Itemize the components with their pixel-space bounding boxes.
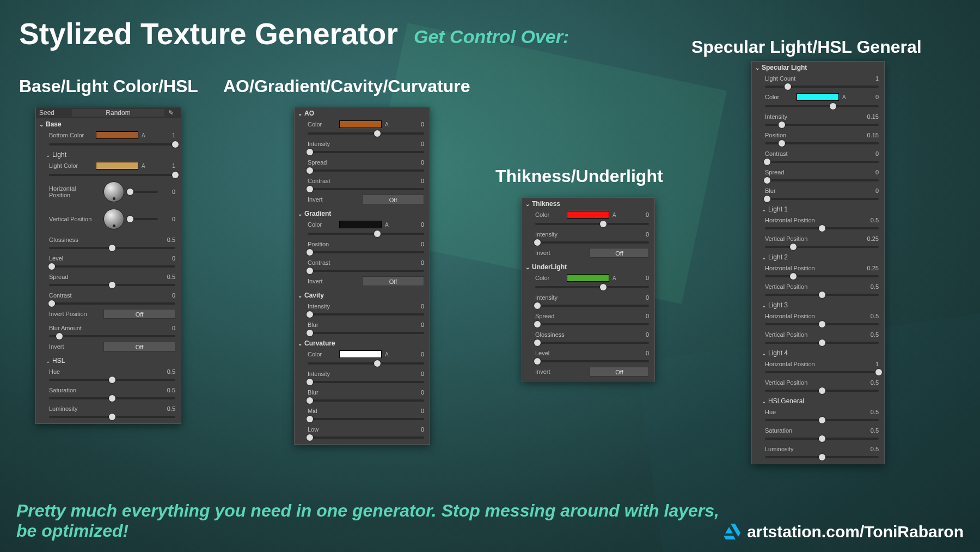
group-specular[interactable]: Specular Light — [762, 64, 807, 71]
hpos-slider[interactable] — [130, 191, 158, 193]
spec-position-slider[interactable] — [765, 142, 879, 144]
spec-color-slider[interactable] — [765, 105, 879, 107]
under-invert-toggle[interactable]: Off — [590, 367, 649, 377]
under-level-slider[interactable] — [535, 360, 649, 362]
group-hslgeneral[interactable]: HSLGeneral — [768, 397, 804, 405]
grad-position-slider[interactable] — [308, 251, 424, 253]
spec-spread-slider[interactable] — [765, 179, 879, 181]
contrast-value: 0 — [172, 292, 175, 299]
group-cavity[interactable]: Cavity — [304, 292, 324, 299]
chevron-down-icon[interactable]: ⌄ — [762, 350, 766, 356]
group-light[interactable]: Light — [52, 151, 66, 159]
curv-color-slider[interactable] — [308, 362, 424, 365]
contrast-slider[interactable] — [49, 302, 175, 305]
l2-h-slider[interactable] — [765, 275, 879, 277]
ao-color-swatch[interactable] — [339, 120, 382, 128]
curv-low-slider[interactable] — [308, 436, 424, 439]
invert-position-toggle[interactable]: Off — [103, 309, 175, 319]
spread-slider[interactable] — [49, 284, 175, 286]
l1-h-slider[interactable] — [765, 227, 879, 229]
ao-contrast-slider[interactable] — [308, 188, 424, 190]
seed-random-button[interactable]: Random — [72, 109, 164, 117]
ao-color-slider[interactable] — [308, 132, 424, 135]
group-light4[interactable]: Light 4 — [768, 349, 788, 357]
grad-contrast-slider[interactable] — [308, 270, 424, 272]
cav-blur-slider[interactable] — [308, 332, 424, 334]
blur-amount-slider[interactable] — [49, 335, 175, 337]
vpos-slider[interactable] — [130, 218, 158, 220]
hue-slider[interactable] — [49, 379, 175, 381]
under-spread-slider[interactable] — [535, 323, 649, 325]
under-color-swatch[interactable] — [567, 274, 609, 282]
chevron-down-icon[interactable]: ⌄ — [39, 122, 44, 128]
curv-blur-slider[interactable] — [308, 399, 424, 402]
chevron-down-icon[interactable]: ⌄ — [525, 264, 530, 270]
chevron-down-icon[interactable]: ⌄ — [298, 341, 302, 347]
invert-toggle[interactable]: Off — [103, 342, 175, 351]
spec-count-slider[interactable] — [765, 86, 879, 88]
spec-intensity-slider[interactable] — [765, 124, 879, 126]
ao-invert-toggle[interactable]: Off — [362, 195, 424, 204]
grad-color-swatch[interactable] — [339, 221, 382, 228]
group-gradient[interactable]: Gradient — [304, 210, 331, 217]
thik-color-slider[interactable] — [535, 223, 649, 225]
chevron-down-icon[interactable]: ⌄ — [762, 302, 766, 308]
group-light1[interactable]: Light 1 — [768, 205, 788, 213]
curv-intensity-slider[interactable] — [308, 381, 424, 383]
group-light3[interactable]: Light 3 — [768, 301, 788, 309]
chevron-down-icon[interactable]: ⌄ — [298, 211, 302, 217]
chevron-down-icon[interactable]: ⌄ — [298, 111, 302, 117]
glossiness-slider[interactable] — [49, 247, 175, 249]
hslg-sat-slider[interactable] — [765, 438, 879, 440]
grad-invert-toggle[interactable]: Off — [362, 276, 424, 286]
light-color-swatch[interactable] — [96, 162, 138, 169]
spec-blur-slider[interactable] — [765, 198, 879, 200]
level-slider[interactable] — [49, 265, 175, 268]
thik-color-swatch[interactable] — [567, 211, 609, 219]
l2-v-slider[interactable] — [765, 294, 879, 296]
luminosity-slider[interactable] — [49, 416, 175, 418]
ao-intensity-slider[interactable] — [308, 151, 424, 153]
vpos-dial[interactable] — [103, 209, 124, 229]
chevron-down-icon[interactable]: ⌄ — [762, 207, 766, 213]
bottom-color-slider[interactable] — [49, 143, 175, 145]
group-base[interactable]: Base — [46, 120, 62, 128]
under-color-slider[interactable] — [535, 286, 649, 288]
saturation-slider[interactable] — [49, 397, 175, 399]
curv-color-swatch[interactable] — [339, 350, 382, 358]
group-light2[interactable]: Light 2 — [768, 253, 788, 261]
hslg-lum-slider[interactable] — [765, 456, 879, 458]
l4-v-slider[interactable] — [765, 390, 879, 392]
chevron-down-icon[interactable]: ⌄ — [298, 293, 302, 299]
chevron-down-icon[interactable]: ⌄ — [46, 358, 50, 364]
group-ao[interactable]: AO — [304, 110, 314, 117]
chevron-down-icon[interactable]: ⌄ — [755, 65, 759, 71]
chevron-down-icon[interactable]: ⌄ — [762, 254, 766, 260]
hslg-hue-slider[interactable] — [765, 419, 879, 421]
l1-v-slider[interactable] — [765, 246, 879, 248]
cav-intensity-slider[interactable] — [308, 313, 424, 316]
seed-edit-icon[interactable]: ✎ — [164, 109, 177, 117]
ao-spread-slider[interactable] — [308, 169, 424, 172]
l3-h-slider[interactable] — [765, 323, 879, 325]
hpos-dial[interactable] — [103, 181, 124, 202]
under-gloss-slider[interactable] — [535, 342, 649, 344]
chevron-down-icon[interactable]: ⌄ — [525, 201, 530, 207]
chevron-down-icon[interactable]: ⌄ — [762, 398, 766, 404]
l3-v-slider[interactable] — [765, 342, 879, 344]
curv-mid-slider[interactable] — [308, 418, 424, 420]
group-thikness[interactable]: Thikness — [532, 200, 560, 208]
chevron-down-icon[interactable]: ⌄ — [46, 152, 50, 158]
spec-color-swatch[interactable] — [797, 93, 839, 101]
l4-h-slider[interactable] — [765, 371, 879, 373]
grad-color-slider[interactable] — [308, 233, 424, 235]
spec-contrast-slider[interactable] — [765, 161, 879, 163]
thik-intensity-slider[interactable] — [535, 241, 649, 244]
group-curvature[interactable]: Curvature — [304, 339, 335, 347]
thik-invert-toggle[interactable]: Off — [590, 248, 649, 258]
bottom-color-swatch[interactable] — [96, 131, 138, 139]
under-intensity-slider[interactable] — [535, 305, 649, 307]
group-underlight[interactable]: UnderLight — [532, 263, 567, 271]
light-color-slider[interactable] — [49, 174, 175, 176]
group-hsl[interactable]: HSL — [52, 357, 65, 365]
